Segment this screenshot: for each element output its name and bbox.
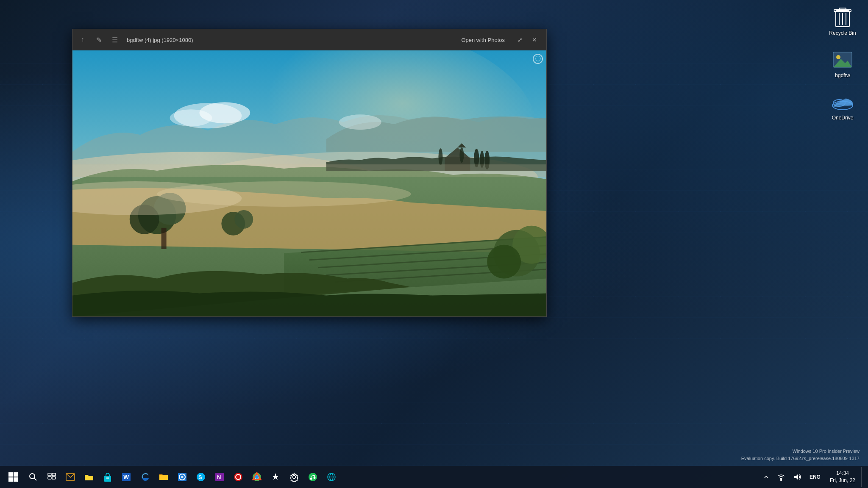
- desktop-icon-recycle-bin[interactable]: Recycle Bin: [823, 4, 862, 38]
- taskbar-opera-icon[interactable]: [230, 467, 247, 487]
- taskbar-onenote-icon[interactable]: N: [211, 467, 228, 487]
- taskbar-files-icon[interactable]: [155, 467, 172, 487]
- taskbar-music-icon[interactable]: [304, 467, 321, 487]
- svg-point-34: [487, 245, 521, 279]
- maximize-button[interactable]: ⤢: [513, 33, 527, 47]
- onedrive-icon: [832, 91, 854, 113]
- edit-icon[interactable]: ✎: [94, 35, 104, 45]
- recycle-bin-icon: [832, 6, 854, 28]
- taskbar-time: 14:34: [836, 470, 849, 477]
- svg-rect-43: [14, 472, 18, 477]
- svg-point-19: [459, 147, 464, 163]
- svg-rect-50: [48, 477, 51, 479]
- svg-line-47: [34, 478, 36, 480]
- open-with-button[interactable]: Open with Photos: [458, 35, 508, 45]
- bgdftw-icon: [832, 49, 854, 71]
- svg-point-70: [255, 475, 259, 479]
- start-button[interactable]: [3, 467, 23, 487]
- taskbar-store-icon[interactable]: [99, 467, 116, 487]
- svg-rect-44: [8, 477, 13, 482]
- svg-rect-51: [52, 477, 56, 479]
- svg-point-26: [234, 210, 253, 229]
- window-controls: ⤢ ✕: [513, 33, 541, 47]
- svg-text:W: W: [123, 474, 129, 480]
- show-desktop-button[interactable]: [861, 467, 865, 487]
- language-indicator: ENG: [810, 474, 821, 480]
- taskbar-taskview-button[interactable]: [43, 467, 60, 487]
- rotate-icon[interactable]: ↑: [78, 35, 88, 45]
- desktop-icons-container: Recycle Bin bgdftw OneDrive: [817, 0, 868, 123]
- taskbar-date: Fri, Jun, 22: [830, 477, 855, 484]
- taskbar-chevron[interactable]: [760, 467, 772, 487]
- svg-point-8: [836, 55, 840, 59]
- svg-rect-55: [106, 477, 109, 479]
- photo-info-icon[interactable]: ⓘ: [533, 54, 543, 64]
- photo-viewer-window: ↑ ✎ ☰ bgdftw (4).jpg (1920×1080) Open wi…: [72, 29, 547, 317]
- svg-rect-42: [8, 472, 13, 477]
- taskbar-skype-icon[interactable]: S: [192, 467, 209, 487]
- svg-rect-48: [48, 473, 51, 476]
- taskbar-explorer-icon[interactable]: [81, 467, 97, 487]
- svg-rect-58: [159, 475, 168, 480]
- bgdftw-label: bgdftw: [835, 72, 850, 78]
- onedrive-label: OneDrive: [832, 115, 854, 121]
- svg-rect-24: [161, 228, 167, 249]
- taskbar-volume-icon[interactable]: [790, 467, 804, 487]
- svg-rect-49: [52, 473, 56, 476]
- svg-point-36: [157, 181, 411, 207]
- photo-viewer-titlebar: ↑ ✎ ☰ bgdftw (4).jpg (1920×1080) Open wi…: [72, 29, 546, 50]
- svg-rect-53: [85, 476, 93, 480]
- taskbar-mail-icon[interactable]: [62, 467, 79, 487]
- svg-marker-71: [272, 473, 279, 480]
- svg-point-41: [339, 114, 381, 130]
- svg-point-75: [314, 477, 316, 479]
- taskbar-app1-icon[interactable]: [174, 467, 191, 487]
- taskbar-network-icon[interactable]: [774, 467, 788, 487]
- landscape-image: [72, 50, 546, 316]
- svg-point-72: [293, 476, 296, 479]
- desktop-icon-onedrive[interactable]: OneDrive: [823, 89, 862, 123]
- photo-content: ⓘ: [72, 50, 546, 316]
- titlebar-toolbar: ↑ ✎ ☰: [78, 35, 120, 45]
- taskbar-globe-icon[interactable]: [323, 467, 340, 487]
- svg-marker-79: [794, 474, 798, 480]
- taskbar: W S N: [0, 466, 868, 488]
- close-button[interactable]: ✕: [528, 33, 541, 47]
- taskbar-settings-icon[interactable]: [286, 467, 303, 487]
- svg-point-20: [438, 148, 442, 165]
- taskbar-edge-icon[interactable]: [136, 467, 153, 487]
- titlebar-right: Open with Photos ⤢ ✕: [458, 33, 541, 47]
- svg-rect-73: [309, 473, 317, 481]
- taskbar-search-button[interactable]: [25, 467, 42, 487]
- photo-filename: bgdftw (4).jpg (1920×1080): [127, 37, 193, 43]
- taskbar-chrome-icon[interactable]: [248, 467, 265, 487]
- taskbar-word-icon[interactable]: W: [118, 467, 135, 487]
- svg-point-74: [310, 478, 312, 480]
- svg-text:S: S: [198, 474, 202, 480]
- taskbar-clock[interactable]: 14:34 Fri, Jun, 22: [826, 468, 860, 486]
- svg-rect-45: [14, 477, 18, 482]
- svg-rect-37: [72, 164, 546, 177]
- svg-text:N: N: [217, 474, 221, 480]
- svg-point-40: [170, 109, 212, 126]
- taskbar-input-lang[interactable]: ENG: [806, 467, 824, 487]
- recycle-bin-label: Recycle Bin: [829, 30, 856, 36]
- desktop-icon-bgdftw[interactable]: bgdftw: [823, 47, 862, 80]
- menu-icon[interactable]: ☰: [110, 35, 120, 45]
- taskbar-medley-icon[interactable]: [267, 467, 284, 487]
- svg-point-78: [780, 480, 782, 481]
